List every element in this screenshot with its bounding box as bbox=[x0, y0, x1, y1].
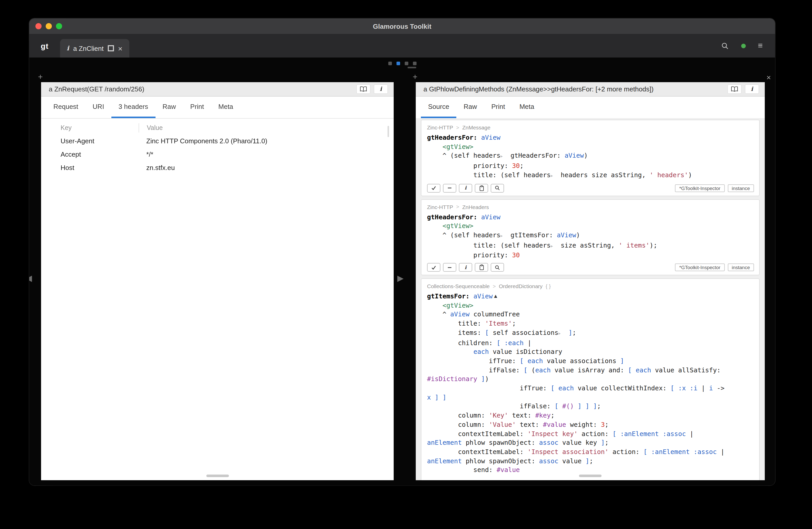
inspect-object-button[interactable]: i bbox=[745, 85, 759, 94]
breadcrumb: Zinc-HTTP>ZnMessage bbox=[421, 123, 755, 131]
pager-dot-4[interactable] bbox=[413, 62, 416, 65]
right-pane-tabs: SourceRawPrintMeta bbox=[416, 97, 765, 119]
copy-button[interactable] bbox=[475, 263, 488, 272]
clipboard-icon bbox=[479, 264, 484, 270]
badge-list: *GToolkit-Inspectorinstance bbox=[675, 184, 754, 192]
browse-button[interactable] bbox=[728, 85, 741, 94]
pane-znrequest: a ZnRequest(GET /random/256) i RequestUR… bbox=[41, 82, 394, 480]
table-header: Key Value bbox=[41, 122, 394, 134]
breadcrumb-item[interactable]: Collections-Sequenceable bbox=[427, 283, 490, 289]
sync-status-icon[interactable] bbox=[741, 43, 745, 48]
snippet-toolbar: i *GToolkit-Inspectorinstance bbox=[421, 263, 755, 272]
tab-uri[interactable]: URI bbox=[85, 97, 111, 118]
tab-meta[interactable]: Meta bbox=[211, 97, 241, 118]
breadcrumb: Collections-Sequenceable>OrderedDictiona… bbox=[421, 282, 755, 290]
pager-dot-1[interactable] bbox=[388, 62, 392, 65]
minimize-window-button[interactable] bbox=[46, 23, 52, 29]
breadcrumb-separator: > bbox=[456, 204, 459, 210]
info-icon: i bbox=[465, 186, 466, 190]
code-snippet-2: Zinc-HTTP>ZnHeaders gtHeadersFor: aView … bbox=[421, 199, 760, 275]
close-pane-button[interactable]: × bbox=[766, 73, 771, 82]
table-row[interactable]: User-AgentZinc HTTP Components 2.0 (Phar… bbox=[41, 134, 394, 147]
check-icon bbox=[431, 265, 436, 270]
key-cell: Accept bbox=[41, 150, 139, 158]
book-icon bbox=[360, 86, 367, 92]
gt-logo[interactable]: gt bbox=[38, 41, 52, 50]
tab-raw[interactable]: Raw bbox=[456, 97, 484, 118]
inspect-object-button[interactable]: i bbox=[374, 85, 388, 94]
copy-button[interactable] bbox=[475, 184, 488, 192]
breadcrumb-separator: > bbox=[493, 283, 496, 289]
method-badge[interactable]: *GToolkit-Inspector bbox=[675, 263, 725, 271]
minus-icon bbox=[447, 185, 452, 190]
traffic-lights bbox=[35, 23, 62, 29]
method-badge[interactable]: instance bbox=[728, 184, 754, 192]
inspect-button[interactable]: i bbox=[459, 184, 472, 192]
tab-print[interactable]: Print bbox=[183, 97, 211, 118]
accept-button[interactable] bbox=[427, 263, 440, 272]
inspect-button[interactable]: i bbox=[459, 263, 472, 272]
browse-button[interactable] bbox=[357, 85, 370, 94]
code-editor[interactable]: gtHeadersFor: aView <gtView> ^ (self hea… bbox=[421, 212, 755, 260]
tab-label: a ZnClient bbox=[73, 44, 104, 52]
method-badge[interactable]: instance bbox=[728, 263, 754, 271]
value-cell: */* bbox=[139, 150, 394, 158]
vertical-scrollbar[interactable] bbox=[388, 126, 389, 137]
tab-request[interactable]: Request bbox=[46, 97, 85, 118]
code-editor[interactable]: gtItemsFor: aView ▲ <gtView> ^ aView col… bbox=[421, 292, 755, 474]
snippet-toolbar: i *GToolkit-Inspectorinstance bbox=[421, 184, 755, 192]
tab-raw[interactable]: Raw bbox=[155, 97, 183, 118]
table-row[interactable]: Hostzn.stfx.eu bbox=[41, 161, 394, 174]
code-snippet-3: Collections-Sequenceable>OrderedDictiona… bbox=[421, 278, 760, 480]
info-icon: i bbox=[465, 265, 466, 270]
close-tab-icon[interactable]: × bbox=[118, 44, 123, 52]
breadcrumb-item[interactable]: Zinc-HTTP bbox=[427, 124, 453, 130]
menu-icon[interactable]: ≡ bbox=[758, 41, 763, 50]
tab-source[interactable]: Source bbox=[421, 97, 456, 118]
pane-title: a GtPhlowDefiningMethods (ZnMessage>>gtH… bbox=[423, 85, 654, 93]
table-body: User-AgentZinc HTTP Components 2.0 (Phar… bbox=[41, 134, 394, 174]
badge-list: *GToolkit-Inspectorinstance bbox=[675, 263, 754, 271]
check-icon bbox=[431, 185, 436, 190]
search-button[interactable] bbox=[491, 184, 504, 192]
table-row[interactable]: Accept*/* bbox=[41, 147, 394, 161]
scroll-left-icon[interactable]: ◀ bbox=[29, 273, 32, 283]
key-cell: Host bbox=[41, 163, 139, 171]
breadcrumb-item[interactable]: ZnHeaders bbox=[462, 204, 489, 210]
headers-table: Key Value User-AgentZinc HTTP Components… bbox=[41, 122, 394, 174]
titlebar: Glamorous Toolkit bbox=[29, 18, 775, 34]
pane-title: a ZnRequest(GET /random/256) bbox=[49, 85, 144, 93]
clipboard-icon bbox=[479, 185, 484, 191]
tab-a-znclient[interactable]: i a ZnClient × bbox=[60, 39, 129, 58]
magnifier-icon bbox=[495, 185, 500, 190]
pager-dot-3[interactable] bbox=[404, 62, 408, 65]
tab-3-headers[interactable]: 3 headers bbox=[111, 97, 156, 118]
breadcrumb-item[interactable]: ZnMessage bbox=[462, 124, 490, 130]
zoom-window-button[interactable] bbox=[56, 23, 62, 29]
add-pane-right-button[interactable]: + bbox=[413, 72, 418, 82]
remove-button[interactable] bbox=[443, 184, 456, 192]
window-title: Glamorous Toolkit bbox=[373, 22, 431, 30]
tab-print[interactable]: Print bbox=[484, 97, 512, 118]
breadcrumb-item[interactable]: OrderedDictionary bbox=[499, 283, 542, 289]
page-indicator-scrollbar[interactable] bbox=[407, 67, 416, 68]
search-button[interactable] bbox=[491, 263, 504, 272]
breadcrumb-item[interactable]: Zinc-HTTP bbox=[427, 204, 453, 210]
accept-button[interactable] bbox=[427, 184, 440, 192]
code-editor[interactable]: gtHeadersFor: aView <gtView> ^ (self hea… bbox=[421, 133, 755, 181]
horizontal-scrollbar[interactable] bbox=[206, 474, 229, 477]
search-icon[interactable] bbox=[721, 42, 729, 49]
inspector-icon: i bbox=[67, 45, 69, 52]
info-icon: i bbox=[751, 86, 753, 92]
scroll-right-icon[interactable]: ▶ bbox=[397, 273, 404, 283]
pager-dot-2[interactable] bbox=[396, 62, 400, 65]
add-pane-left-button[interactable]: + bbox=[38, 72, 43, 82]
horizontal-scrollbar[interactable] bbox=[579, 474, 601, 477]
page-indicator bbox=[388, 62, 416, 65]
remove-button[interactable] bbox=[443, 263, 456, 272]
close-window-button[interactable] bbox=[35, 23, 42, 29]
tab-meta[interactable]: Meta bbox=[512, 97, 541, 118]
detach-tab-icon[interactable] bbox=[108, 45, 114, 51]
minus-icon bbox=[447, 265, 452, 270]
method-badge[interactable]: *GToolkit-Inspector bbox=[675, 184, 725, 192]
